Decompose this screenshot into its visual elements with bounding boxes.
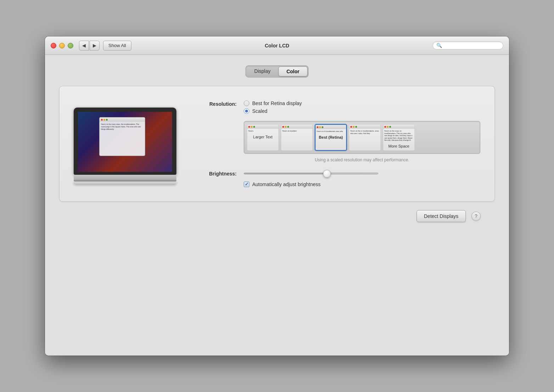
resolution-options: Best for Retina display Scaled [244, 100, 302, 114]
laptop-screen-outer: Here's to the crazy ones, the troublemak… [74, 108, 176, 175]
thumb1-close [248, 126, 250, 128]
main-window: ◀ ▶ Show All Color LCD 🔍 Display Color [45, 36, 509, 356]
thumb5-content: Here's to the crazy on troublemakers. Th… [383, 129, 414, 143]
thumb1-content: Here's [247, 129, 278, 133]
thumb4-max [355, 126, 357, 128]
thumb1-titlebar [247, 125, 278, 129]
thumb5-label: More Space [383, 143, 414, 149]
settings-panel: Here's to the crazy ones, the troublemak… [59, 86, 495, 202]
thumb5-min [387, 126, 389, 128]
thumb-larger-text[interactable]: Here's Larger Text [247, 124, 279, 151]
laptop: Here's to the crazy ones, the troublemak… [74, 108, 176, 184]
thumb3-min [319, 126, 321, 128]
thumb2-min [285, 126, 287, 128]
doc-text: Here's to the crazy ones, the troublemak… [100, 122, 145, 132]
thumb-best-retina[interactable]: Here's to th troublemak ones who Best (R… [315, 124, 347, 151]
resolution-row: Resolution: Best for Retina display Scal… [194, 100, 480, 114]
laptop-screen: Here's to the crazy ones, the troublemak… [78, 112, 172, 172]
search-box[interactable]: 🔍 [433, 41, 503, 50]
forward-button[interactable]: ▶ [90, 41, 100, 51]
thumb5-close [384, 126, 386, 128]
thumb3-titlebar [316, 125, 346, 129]
bottom-bar: Detect Displays ? [59, 202, 495, 229]
resolution-label: Resolution: [194, 100, 237, 107]
thumb2-max [287, 126, 289, 128]
thumb3-close [317, 126, 318, 128]
doc-titlebar [100, 117, 145, 122]
titlebar: ◀ ▶ Show All Color LCD 🔍 [45, 36, 509, 55]
thumb2-titlebar [281, 125, 312, 129]
doc-maximize-dot [106, 119, 108, 121]
slider-thumb[interactable] [323, 170, 331, 178]
thumb1-label: Larger Text [247, 133, 278, 140]
thumb4-min [353, 126, 355, 128]
resolution-thumbnails: Here's Larger Text Here's to troublem [244, 121, 480, 154]
maximize-button[interactable] [68, 43, 73, 48]
brightness-slider[interactable] [244, 173, 378, 174]
brightness-row: Brightness: [194, 171, 480, 177]
minimize-button[interactable] [59, 43, 65, 48]
brightness-label: Brightness: [194, 171, 237, 177]
search-input[interactable] [444, 43, 499, 48]
performance-note: Using a scaled resolution may affect per… [244, 157, 480, 162]
detect-displays-button[interactable]: Detect Displays [417, 210, 466, 222]
laptop-base [74, 175, 176, 180]
thumb3-max [322, 126, 323, 128]
help-button[interactable]: ? [471, 212, 481, 221]
thumb2-label [281, 133, 312, 140]
checkmark-icon: ✓ [245, 182, 249, 186]
thumb4-content: Here's to the cr troublemakers. ones who… [349, 129, 380, 136]
thumb-more-space[interactable]: Here's to the crazy on troublemakers. Th… [383, 124, 415, 151]
tab-display[interactable]: Display [247, 67, 278, 76]
auto-brightness-checkbox-container[interactable]: ✓ Automatically adjust brightness [244, 181, 321, 187]
thumb2-close [282, 126, 284, 128]
slider-fill [244, 173, 327, 174]
tabs-group: Display Color [245, 65, 309, 77]
back-button[interactable]: ◀ [79, 41, 89, 51]
resolution-scaled-label: Scaled [252, 108, 267, 114]
auto-brightness-checkbox[interactable]: ✓ [244, 181, 249, 187]
show-all-button[interactable]: Show All [103, 41, 131, 51]
content-area: Display Color [45, 55, 509, 356]
search-icon: 🔍 [436, 43, 442, 48]
thumb5-max [389, 126, 391, 128]
doc-close-dot [101, 119, 103, 121]
thumb5-titlebar [383, 125, 414, 129]
traffic-lights [51, 43, 73, 48]
thumb4-close [350, 126, 352, 128]
radio-scaled[interactable] [244, 108, 249, 114]
thumb-medium-large[interactable]: Here's to the cr troublemakers. ones who… [349, 124, 381, 151]
tab-color[interactable]: Color [278, 67, 308, 76]
tabs-container: Display Color [59, 65, 495, 77]
thumb1-max [253, 126, 255, 128]
thumb4-label [349, 136, 380, 142]
radio-best[interactable] [244, 100, 249, 106]
auto-brightness-label: Automatically adjust brightness [252, 181, 321, 187]
thumb-medium-small[interactable]: Here's to troublem [281, 124, 313, 151]
close-button[interactable] [51, 43, 56, 48]
thumb1-min [251, 126, 253, 128]
resolution-scaled-option[interactable]: Scaled [244, 108, 302, 114]
doc-minimize-dot [103, 119, 105, 121]
window-title: Color LCD [265, 43, 289, 48]
auto-brightness-row: ✓ Automatically adjust brightness [244, 181, 480, 187]
resolution-best-option[interactable]: Best for Retina display [244, 100, 302, 106]
thumb4-titlebar [349, 125, 380, 129]
laptop-bottom [74, 181, 176, 184]
document-overlay: Here's to the crazy ones, the troublemak… [99, 117, 145, 156]
nav-buttons: ◀ ▶ [79, 41, 100, 51]
thumb3-content: Here's to th troublemak ones who [316, 129, 346, 134]
settings-controls: Resolution: Best for Retina display Scal… [194, 100, 480, 187]
laptop-illustration: Here's to the crazy ones, the troublemak… [74, 100, 176, 187]
resolution-best-label: Best for Retina display [252, 100, 302, 106]
thumb3-label: Best (Retina) [316, 134, 346, 140]
thumb2-content: Here's to troublem [281, 129, 312, 133]
